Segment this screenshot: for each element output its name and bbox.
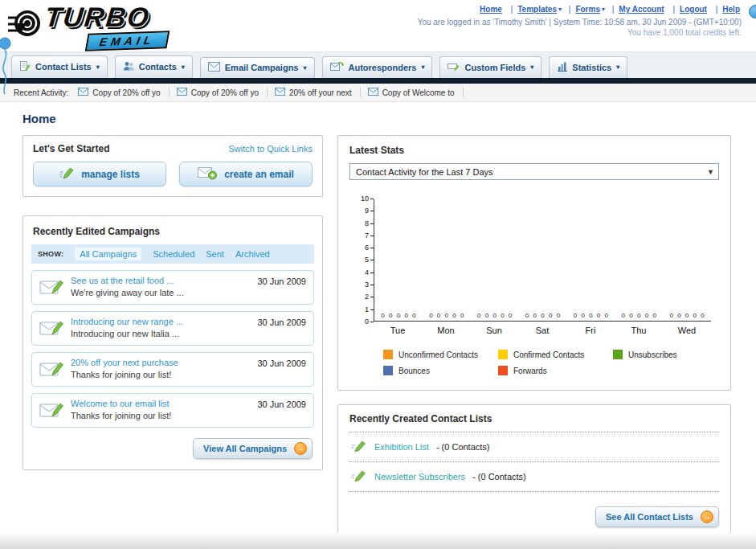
campaign-list-item[interactable]: Welcome to our email list Thanks for joi… bbox=[31, 393, 314, 428]
contact-lists-icon bbox=[19, 60, 31, 73]
top-nav-item[interactable]: Templates▾ bbox=[506, 5, 562, 14]
legend-item: Bounces bbox=[383, 366, 498, 375]
campaign-list-item[interactable]: See us at the retail food ... We're givi… bbox=[31, 270, 314, 305]
recent-activity-item[interactable]: Copy of 20% off yo bbox=[78, 88, 169, 97]
manage-lists-button[interactable]: manage lists bbox=[33, 162, 166, 186]
x-axis-label: Sat bbox=[518, 322, 566, 335]
y-axis-label: 0 bbox=[365, 318, 374, 326]
campaign-date: 30 Jun 2009 bbox=[257, 277, 306, 299]
arrow-right-icon: → bbox=[701, 510, 713, 523]
top-nav-link[interactable]: Logout bbox=[680, 5, 707, 14]
recent-activity-item[interactable]: Copy of Welcome to bbox=[368, 88, 464, 97]
bar-value-label: 0 bbox=[541, 312, 544, 319]
contact-lists-panel-title: Recently Created Contact Lists bbox=[349, 413, 719, 432]
tab-label: Custom Fields bbox=[464, 63, 525, 72]
legend-item: Forwards bbox=[498, 366, 613, 375]
top-nav-link[interactable]: Home bbox=[480, 5, 502, 14]
contact-list-name-link[interactable]: Newsletter Subscribers bbox=[374, 472, 465, 481]
campaign-subtitle: We're giving away our late ... bbox=[71, 288, 250, 297]
chart-bar-group: 00000 bbox=[663, 312, 711, 321]
top-nav-link[interactable]: Forms bbox=[575, 5, 600, 14]
bar-value-label: 0 bbox=[452, 312, 456, 319]
bar-value-label: 0 bbox=[637, 312, 640, 319]
tab-contact-lists[interactable]: Contact Lists▾ bbox=[11, 55, 108, 78]
chart-legend: Unconfirmed ContactsConfirmed ContactsUn… bbox=[383, 350, 730, 375]
campaign-filter-link[interactable]: Archived bbox=[235, 249, 270, 259]
view-all-campaigns-button[interactable]: View All Campaigns → bbox=[193, 438, 313, 459]
switch-quick-links-link[interactable]: Switch to Quick Links bbox=[228, 144, 313, 154]
recent-activity-item[interactable]: 20% off your next bbox=[275, 88, 361, 97]
top-nav-link[interactable]: Templates bbox=[517, 5, 557, 14]
see-all-contact-lists-button[interactable]: See All Contact Lists → bbox=[595, 506, 719, 527]
chevron-down-icon: ▼ bbox=[707, 168, 714, 176]
bar-value-label: 0 bbox=[629, 312, 632, 319]
top-nav-link[interactable]: My Account bbox=[619, 5, 664, 14]
envelope-pencil-icon bbox=[39, 358, 63, 381]
bar-value-label: 0 bbox=[557, 312, 560, 319]
turbo-email-logo[interactable]: TURBO EMAIL bbox=[8, 2, 225, 50]
tab-email-campaigns[interactable]: Email Campaigns▾ bbox=[200, 57, 315, 78]
bar-value-label: 0 bbox=[492, 312, 496, 319]
x-axis-label: Mon bbox=[422, 322, 470, 335]
logo-text-email: EMAIL bbox=[85, 31, 170, 51]
envelope-pencil-icon bbox=[39, 399, 63, 422]
view-all-campaigns-label: View All Campaigns bbox=[203, 444, 287, 453]
bar-value-label: 0 bbox=[404, 312, 407, 319]
chevron-down-icon: ▾ bbox=[530, 64, 533, 71]
campaign-filter-link[interactable]: Scheduled bbox=[153, 249, 194, 259]
tab-contacts[interactable]: Contacts▾ bbox=[115, 55, 193, 78]
chart-bar-group: 00000 bbox=[519, 312, 567, 321]
legend-swatch bbox=[498, 366, 508, 375]
tab-custom-fields[interactable]: Custom Fields▾ bbox=[439, 56, 541, 78]
y-axis-label: 5 bbox=[365, 256, 374, 264]
campaign-list-item[interactable]: 20% off your next purchase Thanks for jo… bbox=[31, 352, 314, 387]
y-axis-label: 10 bbox=[361, 195, 374, 203]
tab-statistics[interactable]: Statistics▾ bbox=[549, 56, 627, 78]
legend-item: Unconfirmed Contacts bbox=[383, 350, 498, 359]
create-email-button[interactable]: create an email bbox=[179, 162, 313, 186]
x-axis-label: Tue bbox=[374, 322, 422, 335]
campaign-list-item[interactable]: Introducing our new range ... Introducin… bbox=[31, 311, 314, 346]
manage-lists-label: manage lists bbox=[81, 169, 140, 180]
recent-activity-item-label: 20% off your next bbox=[289, 88, 352, 97]
create-email-label: create an email bbox=[224, 169, 294, 180]
chart-bar-group: 00000 bbox=[423, 312, 471, 321]
campaign-filter-link[interactable]: All Campaigns bbox=[75, 248, 141, 260]
recent-activity-bar: Recent Activity: Copy of 20% off yo Copy… bbox=[0, 84, 756, 102]
recent-activity-item-label: Copy of Welcome to bbox=[382, 88, 455, 97]
stats-period-value: Contact Activity for the Last 7 Days bbox=[356, 167, 493, 177]
campaign-title-link[interactable]: Welcome to our email list bbox=[71, 399, 250, 408]
stats-period-dropdown[interactable]: Contact Activity for the Last 7 Days ▼ bbox=[349, 163, 719, 180]
top-nav-item[interactable]: Forms▾ bbox=[564, 5, 605, 14]
top-nav-item[interactable]: Help bbox=[711, 5, 742, 14]
top-nav-item[interactable]: Home bbox=[480, 5, 504, 14]
campaign-title-link[interactable]: See us at the retail food ... bbox=[71, 276, 250, 285]
contact-list-detail: - (0 Contacts) bbox=[472, 472, 526, 481]
top-nav-item[interactable]: My Account bbox=[607, 5, 666, 14]
chevron-down-icon: ▾ bbox=[616, 64, 619, 71]
campaign-title-link[interactable]: 20% off your next purchase bbox=[71, 358, 250, 367]
recent-activity-item[interactable]: Copy of 20% off yo bbox=[177, 88, 268, 97]
tab-label: Autoresponders bbox=[349, 63, 417, 72]
legend-item: Confirmed Contacts bbox=[498, 350, 613, 359]
top-nav-link[interactable]: Help bbox=[722, 5, 740, 14]
envelope-pencil-icon bbox=[39, 318, 63, 340]
bar-value-label: 0 bbox=[501, 312, 504, 319]
top-nav-item[interactable]: Logout bbox=[668, 5, 708, 14]
tab-autoresponders[interactable]: Autoresponders▾ bbox=[322, 56, 433, 78]
campaign-title-link[interactable]: Introducing our new range ... bbox=[71, 317, 250, 326]
envelope-icon bbox=[177, 88, 187, 97]
envelope-icon bbox=[275, 88, 285, 97]
bar-value-label: 0 bbox=[533, 312, 537, 319]
campaign-subtitle: Thanks for joining our list! bbox=[71, 411, 250, 420]
campaign-filter-link[interactable]: Sent bbox=[206, 249, 224, 259]
contact-list-name-link[interactable]: Exhibition List bbox=[374, 442, 429, 452]
bar-value-label: 0 bbox=[412, 312, 415, 319]
campaign-subtitle: Introducing our new Italia ... bbox=[71, 329, 250, 338]
legend-label: Unsubscribes bbox=[628, 350, 677, 359]
contact-list-item[interactable]: Newsletter Subscribers - (0 Contacts) bbox=[349, 461, 719, 491]
campaign-date: 30 Jun 2009 bbox=[257, 318, 306, 340]
bar-value-label: 0 bbox=[397, 312, 400, 319]
bar-value-label: 0 bbox=[622, 312, 625, 319]
contact-list-item[interactable]: Exhibition List - (0 Contacts) bbox=[349, 432, 719, 461]
